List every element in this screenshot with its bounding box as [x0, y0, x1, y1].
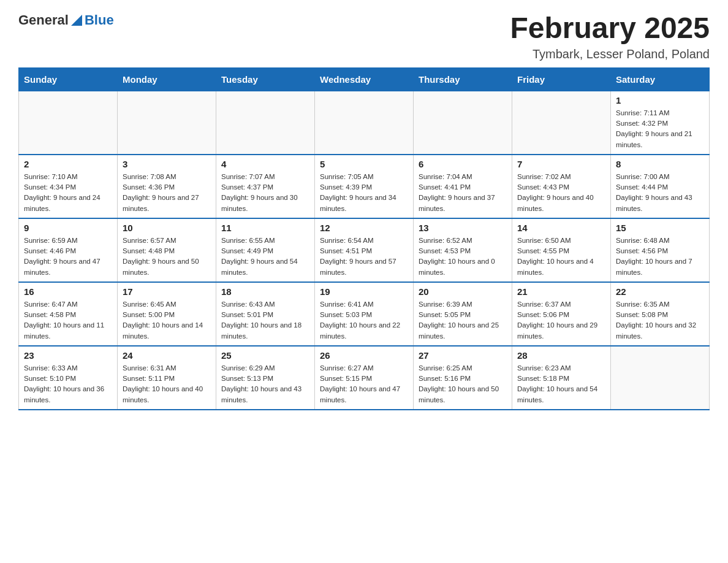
calendar-cell [611, 346, 710, 410]
header-sunday: Sunday [19, 67, 118, 91]
calendar-cell: 13Sunrise: 6:52 AM Sunset: 4:53 PM Dayli… [414, 218, 512, 282]
day-number: 8 [616, 159, 704, 169]
day-info: Sunrise: 7:08 AM Sunset: 4:36 PM Dayligh… [123, 172, 211, 214]
day-number: 3 [123, 159, 211, 169]
calendar-cell [414, 91, 512, 155]
logo-triangle-icon [71, 15, 82, 26]
header-wednesday: Wednesday [315, 67, 414, 91]
day-info: Sunrise: 6:57 AM Sunset: 4:48 PM Dayligh… [123, 236, 211, 278]
calendar-cell: 28Sunrise: 6:23 AM Sunset: 5:18 PM Dayli… [512, 346, 611, 410]
calendar-cell: 15Sunrise: 6:48 AM Sunset: 4:56 PM Dayli… [611, 218, 710, 282]
day-info: Sunrise: 7:07 AM Sunset: 4:37 PM Dayligh… [221, 172, 309, 214]
day-number: 2 [24, 159, 112, 169]
calendar-cell: 22Sunrise: 6:35 AM Sunset: 5:08 PM Dayli… [611, 282, 710, 346]
day-info: Sunrise: 6:43 AM Sunset: 5:01 PM Dayligh… [221, 299, 309, 342]
calendar-cell: 2Sunrise: 7:10 AM Sunset: 4:34 PM Daylig… [19, 155, 118, 218]
calendar-cell: 17Sunrise: 6:45 AM Sunset: 5:00 PM Dayli… [118, 282, 216, 346]
day-info: Sunrise: 6:39 AM Sunset: 5:05 PM Dayligh… [419, 299, 507, 342]
calendar-cell [118, 91, 216, 155]
calendar-cell: 24Sunrise: 6:31 AM Sunset: 5:11 PM Dayli… [118, 346, 216, 410]
day-info: Sunrise: 7:02 AM Sunset: 4:43 PM Dayligh… [517, 172, 605, 214]
day-info: Sunrise: 6:35 AM Sunset: 5:08 PM Dayligh… [616, 299, 704, 342]
calendar-cell [512, 91, 611, 155]
day-number: 19 [320, 286, 408, 297]
title-block: February 2025 Tymbark, Lesser Poland, Po… [510, 12, 710, 61]
day-info: Sunrise: 6:29 AM Sunset: 5:13 PM Dayligh… [221, 363, 309, 405]
day-number: 13 [419, 223, 507, 233]
calendar-week-row: 16Sunrise: 6:47 AM Sunset: 4:58 PM Dayli… [19, 282, 710, 346]
calendar-week-row: 2Sunrise: 7:10 AM Sunset: 4:34 PM Daylig… [19, 155, 710, 218]
header-saturday: Saturday [611, 67, 710, 91]
day-info: Sunrise: 6:45 AM Sunset: 5:00 PM Dayligh… [123, 299, 211, 342]
day-info: Sunrise: 6:41 AM Sunset: 5:03 PM Dayligh… [320, 299, 408, 342]
calendar-cell: 14Sunrise: 6:50 AM Sunset: 4:55 PM Dayli… [512, 218, 611, 282]
calendar-week-row: 1Sunrise: 7:11 AM Sunset: 4:32 PM Daylig… [19, 91, 710, 155]
header-friday: Friday [512, 67, 611, 91]
day-info: Sunrise: 6:25 AM Sunset: 5:16 PM Dayligh… [419, 363, 507, 405]
calendar-cell: 18Sunrise: 6:43 AM Sunset: 5:01 PM Dayli… [216, 282, 315, 346]
page-header: General Blue February 2025 Tymbark, Less… [18, 12, 710, 61]
day-number: 16 [24, 286, 112, 297]
day-info: Sunrise: 6:33 AM Sunset: 5:10 PM Dayligh… [24, 363, 112, 405]
day-number: 28 [517, 350, 605, 361]
calendar-cell: 27Sunrise: 6:25 AM Sunset: 5:16 PM Dayli… [414, 346, 512, 410]
day-number: 9 [24, 223, 112, 233]
day-number: 7 [517, 159, 605, 169]
calendar-cell: 11Sunrise: 6:55 AM Sunset: 4:49 PM Dayli… [216, 218, 315, 282]
day-info: Sunrise: 6:59 AM Sunset: 4:46 PM Dayligh… [24, 236, 112, 278]
day-info: Sunrise: 6:50 AM Sunset: 4:55 PM Dayligh… [517, 236, 605, 278]
day-number: 15 [616, 223, 704, 233]
calendar-cell: 12Sunrise: 6:54 AM Sunset: 4:51 PM Dayli… [315, 218, 414, 282]
day-info: Sunrise: 6:52 AM Sunset: 4:53 PM Dayligh… [419, 236, 507, 278]
day-info: Sunrise: 6:48 AM Sunset: 4:56 PM Dayligh… [616, 236, 704, 278]
day-number: 4 [221, 159, 309, 169]
calendar-cell: 25Sunrise: 6:29 AM Sunset: 5:13 PM Dayli… [216, 346, 315, 410]
calendar-cell [19, 91, 118, 155]
calendar-cell: 21Sunrise: 6:37 AM Sunset: 5:06 PM Dayli… [512, 282, 611, 346]
month-title: February 2025 [510, 12, 710, 45]
day-info: Sunrise: 7:11 AM Sunset: 4:32 PM Dayligh… [616, 108, 704, 150]
day-number: 25 [221, 350, 309, 361]
day-number: 21 [517, 286, 605, 297]
calendar-cell [216, 91, 315, 155]
day-number: 6 [419, 159, 507, 169]
day-info: Sunrise: 6:55 AM Sunset: 4:49 PM Dayligh… [221, 236, 309, 278]
day-info: Sunrise: 6:47 AM Sunset: 4:58 PM Dayligh… [24, 299, 112, 342]
day-number: 14 [517, 223, 605, 233]
day-info: Sunrise: 7:00 AM Sunset: 4:44 PM Dayligh… [616, 172, 704, 214]
day-number: 22 [616, 286, 704, 297]
day-number: 17 [123, 286, 211, 297]
day-info: Sunrise: 7:05 AM Sunset: 4:39 PM Dayligh… [320, 172, 408, 214]
calendar-cell: 9Sunrise: 6:59 AM Sunset: 4:46 PM Daylig… [19, 218, 118, 282]
header-monday: Monday [118, 67, 216, 91]
day-number: 12 [320, 223, 408, 233]
calendar-header-row: SundayMondayTuesdayWednesdayThursdayFrid… [19, 67, 710, 91]
day-info: Sunrise: 6:31 AM Sunset: 5:11 PM Dayligh… [123, 363, 211, 405]
calendar-cell: 7Sunrise: 7:02 AM Sunset: 4:43 PM Daylig… [512, 155, 611, 218]
calendar-week-row: 23Sunrise: 6:33 AM Sunset: 5:10 PM Dayli… [19, 346, 710, 410]
calendar-cell: 16Sunrise: 6:47 AM Sunset: 4:58 PM Dayli… [19, 282, 118, 346]
logo-text-blue: Blue [85, 12, 114, 28]
day-number: 20 [419, 286, 507, 297]
day-info: Sunrise: 6:23 AM Sunset: 5:18 PM Dayligh… [517, 363, 605, 405]
calendar-cell: 1Sunrise: 7:11 AM Sunset: 4:32 PM Daylig… [611, 91, 710, 155]
calendar-cell: 5Sunrise: 7:05 AM Sunset: 4:39 PM Daylig… [315, 155, 414, 218]
day-info: Sunrise: 6:37 AM Sunset: 5:06 PM Dayligh… [517, 299, 605, 342]
header-tuesday: Tuesday [216, 67, 315, 91]
svg-marker-0 [71, 15, 82, 26]
day-info: Sunrise: 7:10 AM Sunset: 4:34 PM Dayligh… [24, 172, 112, 214]
calendar-cell: 20Sunrise: 6:39 AM Sunset: 5:05 PM Dayli… [414, 282, 512, 346]
calendar-cell: 3Sunrise: 7:08 AM Sunset: 4:36 PM Daylig… [118, 155, 216, 218]
calendar-cell: 23Sunrise: 6:33 AM Sunset: 5:10 PM Dayli… [19, 346, 118, 410]
day-number: 27 [419, 350, 507, 361]
day-number: 23 [24, 350, 112, 361]
calendar-week-row: 9Sunrise: 6:59 AM Sunset: 4:46 PM Daylig… [19, 218, 710, 282]
calendar-cell [315, 91, 414, 155]
calendar-cell: 8Sunrise: 7:00 AM Sunset: 4:44 PM Daylig… [611, 155, 710, 218]
calendar-table: SundayMondayTuesdayWednesdayThursdayFrid… [18, 67, 710, 410]
header-thursday: Thursday [414, 67, 512, 91]
day-info: Sunrise: 7:04 AM Sunset: 4:41 PM Dayligh… [419, 172, 507, 214]
day-number: 10 [123, 223, 211, 233]
day-number: 1 [616, 95, 704, 105]
day-number: 11 [221, 223, 309, 233]
